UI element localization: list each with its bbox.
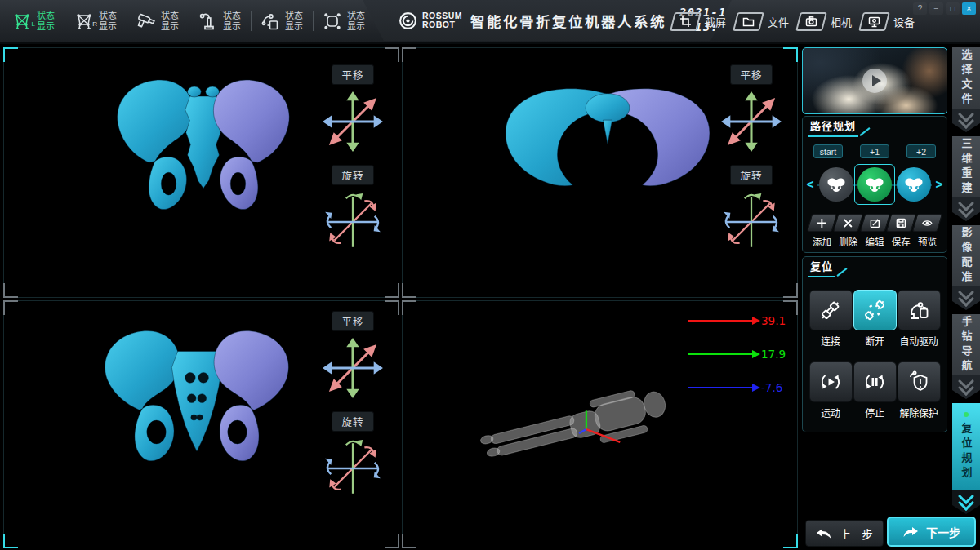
step-tag-start[interactable]: start (813, 144, 843, 158)
next-step-arrow[interactable]: > (935, 177, 943, 192)
chevron-down-icon (952, 109, 980, 132)
tab-select-file[interactable]: 选择文件 (952, 47, 980, 132)
action-label: 预览 (918, 235, 937, 248)
patient-body-model (478, 373, 687, 494)
auto-drive-button[interactable]: 自动驱动 (898, 290, 940, 348)
drill-icon (136, 11, 157, 32)
help-button[interactable]: ? (913, 2, 927, 15)
status-button-drill[interactable]: 状态显示 (129, 11, 187, 32)
disconnect-button[interactable]: 断开 (853, 290, 896, 348)
view-manipulator: 平移 旋转 (717, 64, 786, 254)
rossum-logo-icon (399, 11, 417, 30)
reduction-panel: 复位 (802, 256, 947, 432)
header-slash (836, 268, 847, 277)
viewport-pelvis-inlet[interactable]: 平移 旋转 (402, 47, 798, 298)
reduction-button-label: 停止 (865, 406, 884, 419)
step-tag-plus2[interactable]: +2 (906, 144, 936, 158)
rotate-axes-widget[interactable] (321, 437, 385, 500)
next-step-button[interactable]: 下一步 (887, 517, 976, 547)
video-thumbnail[interactable] (802, 47, 947, 114)
status-button-hexapod-left[interactable]: L 状态显示 (5, 11, 63, 32)
save-icon (886, 214, 916, 232)
status-button-hexapod-right[interactable]: R 状态显示 (67, 11, 125, 32)
viewport-pelvis-anterior[interactable]: 平移 旋转 (3, 47, 399, 298)
panel-title: 复位 (808, 258, 835, 277)
corner-bracket (783, 283, 798, 298)
side-badge: L (32, 20, 35, 28)
tab-label: 影像配准 (959, 227, 974, 286)
tab-3d-reconstruction[interactable]: 三维重建 (952, 136, 980, 221)
step-node-selected[interactable] (858, 167, 892, 202)
close-button[interactable]: × (962, 2, 976, 15)
forward-arrow-icon (902, 526, 919, 538)
status-button-robot-cart[interactable]: 状态显示 (253, 11, 311, 32)
stop-button[interactable]: 停止 (853, 361, 896, 419)
toolbar-divider (189, 11, 189, 31)
step-node-next[interactable] (897, 167, 931, 202)
robot-cart-icon (260, 11, 281, 32)
fracture-reduction-robot-app: L 状态显示 (0, 0, 980, 550)
corner-bracket (3, 534, 18, 548)
save-button[interactable]: 保存 (889, 214, 913, 248)
next-step-label: 下一步 (926, 524, 960, 540)
toolbar-divider (313, 11, 314, 31)
status-button-fixator-frame[interactable]: 状态显示 (315, 11, 373, 32)
corner-bracket (402, 300, 416, 315)
rotate-axes-widget[interactable] (321, 190, 385, 254)
reduction-button-label: 解除保护 (900, 406, 938, 419)
step-tag-plus1[interactable]: +1 (860, 144, 889, 158)
pelvis-mini-icon (903, 177, 924, 193)
tab-image-registration[interactable]: 影像配准 (952, 225, 980, 310)
toolbar-divider (127, 11, 127, 31)
previous-step-button[interactable]: 上一步 (805, 520, 884, 547)
add-button[interactable]: 添加 (810, 214, 834, 248)
status-button-label: 状态显示 (99, 11, 118, 32)
action-label: 删除 (839, 235, 858, 248)
brand-line2: ROBOT (422, 20, 462, 29)
z-axis-arrow (688, 387, 753, 388)
prev-step-arrow[interactable]: < (806, 177, 814, 192)
toolbar-divider (251, 11, 252, 31)
reduction-button-label: 连接 (821, 334, 840, 348)
delete-icon (833, 214, 863, 232)
measurement-z: -7.6 (688, 381, 791, 394)
corner-bracket (783, 300, 798, 315)
delete-button[interactable]: 删除 (836, 214, 860, 248)
pan-axes-widget[interactable] (719, 90, 783, 153)
rotate-label: 旋转 (332, 411, 373, 432)
measurement-x: 39.1 (688, 314, 791, 327)
quick-button-label: 文件 (768, 14, 789, 29)
viewport-patient-body[interactable]: 39.1 17.9 -7.6 (402, 300, 798, 548)
pan-label: 平移 (332, 311, 373, 331)
play-icon[interactable] (862, 69, 887, 93)
status-toolbar: L 状态显示 (5, 0, 373, 42)
edit-button[interactable]: 编辑 (863, 214, 887, 248)
rotate-axes-widget[interactable] (719, 190, 783, 254)
file-button[interactable]: 文件 (735, 12, 789, 31)
connect-button[interactable]: 连接 (809, 290, 852, 348)
maximize-button[interactable]: □ (946, 2, 960, 15)
status-button-robot-arm[interactable]: 状态显示 (191, 11, 249, 32)
auto-drive-icon (898, 290, 941, 330)
step-node-start[interactable] (819, 167, 853, 202)
tab-drill-navigation[interactable]: 手钻导航 (952, 314, 980, 399)
screenshot-button[interactable]: 截屏 (672, 12, 726, 31)
device-button[interactable]: 设备 (861, 12, 915, 31)
y-axis-value: 17.9 (761, 348, 791, 361)
tab-label: 手钻导航 (959, 316, 974, 375)
release-protection-button[interactable]: 解除保护 (898, 361, 940, 419)
panel-header: 路径规划 (808, 121, 947, 137)
fixator-frame-icon (322, 11, 343, 32)
minimize-button[interactable]: − (929, 2, 943, 15)
viewport-pelvis-posterior[interactable]: 平移 旋转 (3, 300, 399, 548)
rotate-label: 旋转 (332, 165, 373, 185)
camera-button[interactable]: 相机 (798, 12, 852, 31)
motion-button[interactable]: 运动 (809, 361, 852, 419)
pan-axes-widget[interactable] (321, 90, 385, 153)
corner-bracket (3, 300, 18, 315)
preview-button[interactable]: 预览 (915, 214, 939, 248)
pelvis-mini-icon (826, 177, 847, 193)
tab-reduction-planning[interactable]: 复位规划 (952, 403, 980, 514)
pan-axes-widget[interactable] (321, 336, 385, 400)
corner-bracket (402, 534, 416, 548)
